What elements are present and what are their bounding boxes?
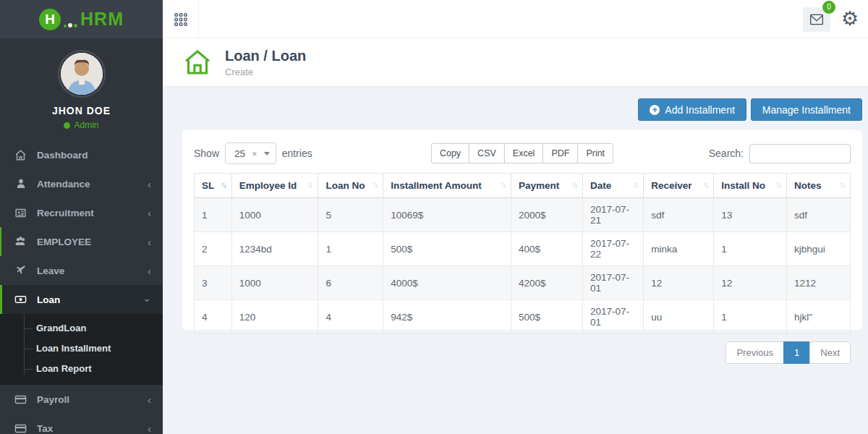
search-input[interactable] bbox=[749, 144, 851, 163]
page-1-button[interactable]: 1 bbox=[783, 341, 810, 364]
copy-button[interactable]: Copy bbox=[431, 143, 469, 163]
table-row: 4120 4942$ 500$2017-07-01 uu1 hjkl" bbox=[195, 300, 851, 334]
grid-dots-icon bbox=[173, 12, 189, 27]
sort-icon[interactable] bbox=[307, 180, 312, 189]
chevron-down-icon bbox=[142, 294, 151, 306]
table-row: 11000 510069$ 2000$2017-07-21 sdf13 sdf bbox=[195, 198, 851, 232]
column-header-receiver[interactable]: Receiver bbox=[644, 174, 714, 198]
plus-circle-icon: + bbox=[650, 105, 660, 115]
sidebar-item-employee[interactable]: EMPLOYEE bbox=[0, 227, 163, 256]
page-length-select[interactable]: 25 × bbox=[225, 142, 276, 164]
chevron-left-icon bbox=[148, 207, 151, 219]
submenu-item-grandloan[interactable]: GrandLoan bbox=[0, 318, 163, 339]
user-role: Admin bbox=[0, 120, 163, 130]
money-icon bbox=[14, 294, 27, 306]
user-name: JHON DOE bbox=[0, 105, 163, 116]
sidebar-menu: Dashboard Attendance Recruitment EMPLOYE… bbox=[0, 140, 163, 434]
add-installment-button[interactable]: + Add Installment bbox=[638, 98, 746, 121]
avatar[interactable] bbox=[58, 50, 106, 98]
column-header-date[interactable]: Date bbox=[582, 174, 643, 198]
online-status-icon bbox=[64, 122, 70, 129]
person-icon bbox=[14, 178, 27, 190]
sidebar-item-dashboard[interactable]: Dashboard bbox=[0, 140, 163, 169]
id-card-icon bbox=[14, 207, 27, 219]
table-row: 31000 64000$ 4200$2017-07-01 1212 1212 bbox=[195, 266, 851, 300]
home-icon bbox=[14, 149, 27, 161]
column-header-install-no[interactable]: Install No bbox=[714, 174, 787, 198]
column-header-payment[interactable]: Payment bbox=[511, 174, 583, 198]
export-button-group: Copy CSV Excel PDF Print bbox=[431, 143, 613, 163]
sidebar-item-recruitment[interactable]: Recruitment bbox=[0, 198, 163, 227]
sidebar-item-leave[interactable]: Leave bbox=[0, 256, 163, 285]
clear-icon[interactable]: × bbox=[252, 148, 258, 159]
sort-icon[interactable] bbox=[633, 180, 638, 189]
pagination: Previous 1 Next bbox=[194, 341, 851, 364]
chevron-left-icon bbox=[148, 422, 151, 434]
column-header-loan-no[interactable]: Loan No bbox=[318, 174, 383, 198]
column-header-installment-amount[interactable]: Installment Amount bbox=[383, 174, 511, 198]
brand-dots-icon bbox=[64, 10, 77, 29]
chevron-left-icon bbox=[148, 178, 151, 190]
chevron-left-icon bbox=[148, 393, 151, 406]
sidebar: H HRM JHON DOE Admin Dashb bbox=[0, 0, 163, 434]
table-controls: Show 25 × entries Copy CSV Excel PDF Pri… bbox=[194, 142, 851, 165]
caret-down-icon bbox=[264, 152, 270, 156]
main-content: + Add Installment Manage Installment Sho… bbox=[163, 87, 868, 434]
sort-icon[interactable] bbox=[501, 180, 506, 189]
apps-grid-button[interactable] bbox=[163, 0, 199, 38]
datatable-panel: Show 25 × entries Copy CSV Excel PDF Pri… bbox=[182, 130, 862, 330]
credit-card-icon bbox=[14, 422, 27, 434]
gear-icon: ⚙ bbox=[841, 9, 859, 29]
excel-button[interactable]: Excel bbox=[504, 143, 544, 163]
sort-icon[interactable] bbox=[840, 180, 845, 189]
table-header-row: SL Employee Id Loan No Installment Amoun… bbox=[195, 174, 851, 198]
brand-logo-icon: H bbox=[39, 9, 61, 30]
csv-button[interactable]: CSV bbox=[469, 143, 505, 163]
home-breadcrumb-icon bbox=[183, 48, 212, 77]
topbar: 0 ⚙ bbox=[163, 0, 868, 38]
next-page-button[interactable]: Next bbox=[809, 341, 851, 364]
sort-icon[interactable] bbox=[373, 180, 378, 189]
loan-submenu: GrandLoan Loan Installment Loan Report bbox=[0, 314, 163, 385]
brand-logo[interactable]: H HRM bbox=[0, 0, 163, 38]
credit-card-icon bbox=[14, 393, 27, 406]
installments-table: SL Employee Id Loan No Installment Amoun… bbox=[194, 173, 851, 334]
sidebar-item-tax[interactable]: Tax bbox=[0, 414, 163, 434]
settings-button[interactable]: ⚙ bbox=[836, 7, 864, 32]
avatar-image bbox=[61, 53, 103, 95]
submenu-item-loan-report[interactable]: Loan Report bbox=[0, 359, 163, 379]
page-title: Loan / Loan bbox=[225, 48, 306, 64]
column-header-notes[interactable]: Notes bbox=[786, 174, 850, 198]
manage-installment-button[interactable]: Manage Installment bbox=[751, 98, 862, 121]
message-count-badge: 0 bbox=[822, 1, 835, 14]
page-subtitle: Create bbox=[225, 67, 306, 77]
action-buttons: + Add Installment Manage Installment bbox=[638, 98, 862, 121]
envelope-icon bbox=[808, 12, 825, 27]
sidebar-item-attendance[interactable]: Attendance bbox=[0, 169, 163, 198]
sidebar-item-loan[interactable]: Loan bbox=[0, 285, 163, 314]
chevron-left-icon bbox=[148, 265, 151, 277]
previous-page-button[interactable]: Previous bbox=[726, 341, 784, 364]
column-header-sl[interactable]: SL bbox=[195, 174, 232, 198]
show-label: Show bbox=[194, 148, 219, 159]
pdf-button[interactable]: PDF bbox=[542, 143, 578, 163]
search-label: Search: bbox=[709, 148, 744, 159]
submenu-item-loan-installment[interactable]: Loan Installment bbox=[0, 339, 163, 359]
column-header-employee-id[interactable]: Employee Id bbox=[231, 174, 318, 198]
page-header: Loan / Loan Create bbox=[163, 38, 868, 87]
sort-icon[interactable] bbox=[775, 180, 780, 189]
chevron-left-icon bbox=[148, 236, 151, 248]
sidebar-item-payroll[interactable]: Payroll bbox=[0, 385, 163, 414]
sort-icon[interactable] bbox=[221, 180, 226, 189]
users-icon bbox=[14, 236, 27, 248]
plane-icon bbox=[14, 265, 27, 277]
brand-name: HRM bbox=[80, 9, 124, 30]
table-row: 21234bd 1500$ 400$2017-07-22 minka1 kjbh… bbox=[195, 232, 851, 266]
sort-icon[interactable] bbox=[571, 180, 576, 189]
entries-label: entries bbox=[282, 148, 312, 159]
sort-icon[interactable] bbox=[703, 180, 708, 189]
messages-button[interactable]: 0 bbox=[803, 7, 830, 32]
user-profile: JHON DOE Admin bbox=[0, 38, 163, 140]
print-button[interactable]: Print bbox=[577, 143, 613, 163]
